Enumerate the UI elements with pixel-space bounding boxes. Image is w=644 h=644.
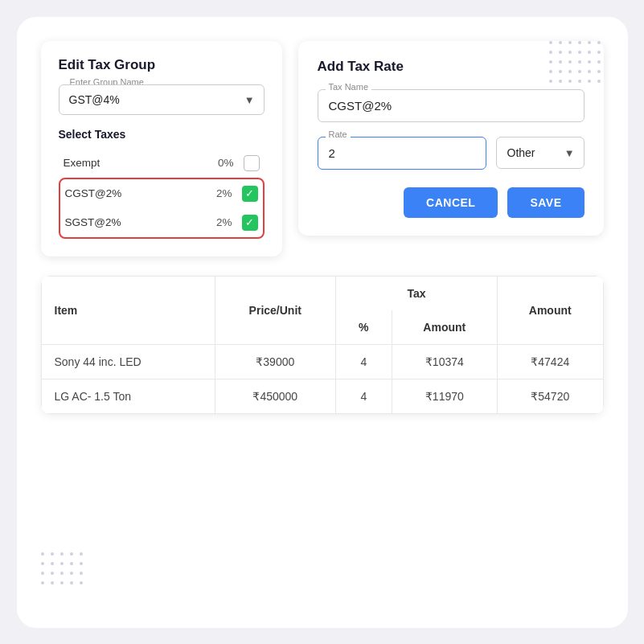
tax-name-label: Tax Name — [326, 82, 372, 92]
other-select-group: Other ▼ — [496, 137, 585, 169]
add-tax-rate-title: Add Tax Rate — [318, 59, 585, 75]
top-section: Edit Tax Group Enter Group Name GST@4% ▼… — [41, 41, 604, 256]
highlighted-tax-rows: CGST@2% 2% ✓ SGST@2% 2% ✓ — [59, 178, 265, 239]
invoice-table-section: Item Price/Unit Tax Amount % Amount Sony… — [41, 276, 604, 414]
cell-amount-2: ₹54720 — [498, 379, 603, 413]
tax-name-sgst2: SGST@2% — [65, 216, 203, 228]
decorative-dots-tr — [549, 41, 604, 86]
tax-name-input[interactable] — [318, 89, 585, 122]
table-row: Sony 44 inc. LED ₹39000 4 ₹10374 ₹47424 — [41, 344, 603, 379]
cell-price-1: ₹39000 — [215, 344, 336, 379]
group-name-select[interactable]: GST@4% — [59, 84, 265, 115]
cell-item-1: Sony 44 inc. LED — [41, 344, 215, 379]
tax-name-field: Tax Name — [318, 89, 585, 122]
checkbox-sgst2[interactable]: ✓ — [242, 215, 258, 231]
edit-tax-group-panel: Edit Tax Group Enter Group Name GST@4% ▼… — [41, 41, 282, 256]
save-button[interactable]: SAVE — [507, 187, 584, 218]
cell-item-2: LG AC- 1.5 Ton — [41, 379, 215, 413]
checkbox-exempt[interactable] — [244, 155, 260, 171]
decorative-dots-bl — [41, 552, 86, 588]
group-name-select-wrapper[interactable]: GST@4% ▼ — [59, 84, 265, 115]
col-header-price-unit: Price/Unit — [215, 276, 336, 344]
cell-amount-1: ₹47424 — [498, 344, 603, 379]
main-card: Edit Tax Group Enter Group Name GST@4% ▼… — [17, 17, 628, 628]
tax-name-cgst2: CGST@2% — [65, 187, 203, 199]
cell-tax-amt-1: ₹10374 — [392, 344, 497, 379]
invoice-table: Item Price/Unit Tax Amount % Amount Sony… — [41, 276, 604, 414]
cell-tax-amt-2: ₹11970 — [392, 379, 497, 413]
col-header-tax-percent: % — [336, 310, 392, 345]
tax-rate-sgst2: 2% — [203, 216, 232, 228]
select-taxes-label: Select Taxes — [59, 128, 265, 141]
tax-rate-exempt: 0% — [205, 157, 234, 169]
table-row: LG AC- 1.5 Ton ₹450000 4 ₹11970 ₹54720 — [41, 379, 603, 413]
col-header-amount: Amount — [498, 276, 603, 344]
checkbox-cgst2[interactable]: ✓ — [242, 186, 258, 202]
cell-price-2: ₹450000 — [215, 379, 336, 413]
rate-input[interactable] — [318, 137, 486, 170]
col-header-tax-amount: Amount — [392, 310, 497, 345]
tax-row-cgst2: CGST@2% 2% ✓ — [60, 179, 263, 208]
tax-row-sgst2: SGST@2% 2% ✓ — [60, 208, 263, 237]
tax-row-exempt: Exempt 0% — [59, 149, 265, 178]
rate-row: Rate Other ▼ — [318, 137, 585, 170]
tax-rate-cgst2: 2% — [203, 187, 232, 199]
cell-tax-pct-1: 4 — [336, 344, 392, 379]
rate-field: Rate — [318, 137, 486, 170]
action-buttons: CANCEL SAVE — [318, 187, 585, 218]
col-header-tax: Tax — [336, 276, 498, 310]
table-header-row-1: Item Price/Unit Tax Amount — [41, 276, 603, 310]
edit-tax-group-title: Edit Tax Group — [59, 57, 265, 73]
rate-label: Rate — [326, 129, 351, 139]
other-select[interactable]: Other — [496, 137, 585, 169]
col-header-item: Item — [41, 276, 215, 344]
cancel-button[interactable]: CANCEL — [404, 187, 498, 218]
group-name-field: Enter Group Name GST@4% ▼ — [59, 84, 265, 115]
cell-tax-pct-2: 4 — [336, 379, 392, 413]
tax-name-exempt: Exempt — [64, 157, 205, 169]
